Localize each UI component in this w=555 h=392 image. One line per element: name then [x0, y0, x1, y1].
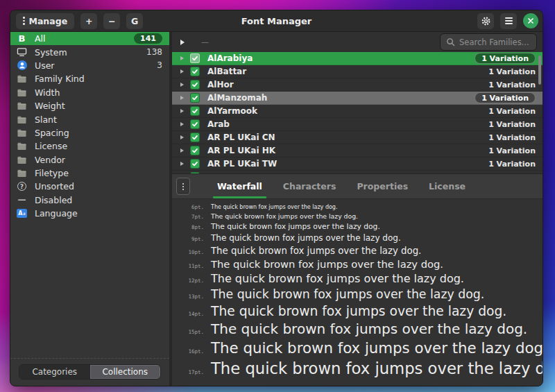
gear-icon — [481, 16, 491, 26]
font-enabled-checkbox[interactable] — [190, 93, 200, 103]
search-input[interactable] — [459, 37, 531, 47]
expander-icon[interactable] — [180, 109, 184, 113]
waterfall-size-label: 14pt. — [180, 311, 204, 317]
bold-b-icon: B — [16, 33, 28, 44]
expander-icon[interactable] — [180, 96, 184, 100]
list-scrollbar-thumb[interactable] — [538, 56, 541, 85]
tab-waterfall[interactable]: Waterfall — [207, 174, 273, 198]
collections-button[interactable]: Collections — [90, 365, 161, 379]
sidebar-item-vendor[interactable]: Vendor — [10, 153, 169, 167]
main-menu-button[interactable] — [500, 13, 517, 29]
waterfall-row-9pt: 9pt.The quick brown fox jumps over the l… — [180, 234, 538, 244]
waterfall-row-11pt: 11pt.The quick brown fox jumps over the … — [180, 259, 538, 271]
close-button[interactable] — [523, 13, 538, 28]
waterfall-preview: 6pt.The quick brown fox jumps over the l… — [172, 199, 543, 386]
font-family-row-almanzomah[interactable]: AlManzomah1 Variation — [172, 92, 543, 105]
expander-icon[interactable] — [180, 162, 184, 166]
font-enabled-checkbox[interactable] — [190, 67, 200, 76]
font-family-row-albattar[interactable]: AlBattar1 Variation — [172, 65, 543, 78]
font-enabled-checkbox[interactable] — [190, 133, 200, 142]
font-family-list: AlArabiya1 VariationAlBattar1 VariationA… — [172, 52, 543, 173]
waterfall-sample-text: The quick brown fox jumps over the lazy … — [211, 273, 464, 285]
sidebar-item-label: System — [35, 47, 67, 58]
sidebar-item-family-kind[interactable]: Family Kind — [10, 72, 169, 85]
tab-properties[interactable]: Properties — [346, 174, 418, 198]
waterfall-size-label: 15pt. — [180, 329, 204, 335]
sidebar-item-license[interactable]: License — [10, 139, 169, 153]
sidebar-mode-switcher: Categories Collections — [19, 364, 161, 380]
sidebar-item-disabled[interactable]: —Disabled — [10, 194, 169, 207]
font-enabled-checkbox[interactable] — [190, 53, 200, 63]
waterfall-size-label: 8pt. — [180, 224, 204, 230]
sidebar-item-spacing[interactable]: Spacing — [10, 126, 169, 139]
font-family-name: AR PL UKai HK — [207, 146, 275, 155]
vertical-dots-icon — [23, 17, 25, 25]
font-family-name: AlYarmook — [207, 106, 257, 116]
sidebar-item-label: License — [35, 141, 67, 151]
sidebar-item-filetype[interactable]: Filetype — [10, 167, 169, 180]
expander-icon[interactable] — [180, 56, 184, 60]
waterfall-size-label: 12pt. — [180, 278, 204, 284]
waterfall-sample-text: The quick brown fox jumps over the lazy … — [211, 359, 543, 377]
expander-icon[interactable] — [180, 148, 184, 153]
font-enabled-checkbox[interactable] — [190, 172, 200, 173]
font-enabled-checkbox[interactable] — [190, 80, 200, 90]
tab-license[interactable]: License — [418, 174, 476, 198]
font-family-row-partial[interactable] — [172, 171, 543, 173]
sidebar-item-slant[interactable]: Slant — [10, 112, 169, 126]
sidebar-item-system[interactable]: System138 — [10, 45, 169, 58]
expander-icon[interactable] — [180, 135, 184, 139]
categories-button[interactable]: Categories — [19, 365, 90, 379]
folder-icon — [16, 115, 28, 124]
add-fonts-button[interactable]: + — [80, 13, 97, 29]
font-family-row-alarabiya[interactable]: AlArabiya1 Variation — [172, 52, 543, 65]
font-family-row-ar-pl-ukai-tw[interactable]: AR PL UKai TW1 Variation — [172, 157, 543, 171]
remove-fonts-button[interactable]: − — [103, 13, 120, 29]
sidebar-item-user[interactable]: User3 — [10, 59, 169, 72]
folder-icon — [16, 88, 28, 97]
font-enabled-checkbox[interactable] — [190, 119, 200, 129]
manage-button[interactable]: Manage — [16, 13, 74, 29]
expand-all-icon[interactable] — [180, 40, 185, 45]
font-family-row-ar-pl-ukai-cn[interactable]: AR PL UKai CN1 Variation — [172, 131, 543, 144]
select-all-dash-icon[interactable]: — — [201, 37, 209, 46]
sidebar-item-label: Spacing — [35, 128, 69, 138]
font-enabled-checkbox[interactable] — [190, 146, 200, 155]
computer-icon — [16, 47, 28, 57]
font-family-row-alhor[interactable]: AlHor1 Variation — [172, 78, 543, 92]
font-family-row-arab[interactable]: Arab1 Variation — [172, 118, 543, 131]
sidebar-item-width[interactable]: Width — [10, 86, 169, 99]
font-enabled-checkbox[interactable] — [190, 106, 200, 116]
waterfall-size-label: 7pt. — [180, 214, 204, 220]
sidebar-item-all[interactable]: BAll141 — [10, 32, 169, 45]
preferences-button[interactable] — [477, 13, 494, 29]
waterfall-row-15pt: 15pt.The quick brown fox jumps over the … — [180, 321, 538, 337]
expander-icon[interactable] — [180, 122, 184, 126]
sidebar-item-weight[interactable]: Weight — [10, 99, 169, 112]
tab-characters[interactable]: Characters — [273, 174, 347, 198]
preview-options-button[interactable] — [176, 178, 190, 195]
category-count-badge: 138 — [146, 47, 162, 57]
sidebar-item-label: Language — [35, 208, 78, 219]
font-family-row-alyarmook[interactable]: AlYarmook1 Variation — [172, 105, 543, 118]
waterfall-sample-text: The quick brown fox jumps over the lazy … — [211, 213, 358, 221]
font-family-row-ar-pl-ukai-hk[interactable]: AR PL UKai HK1 Variation — [172, 144, 543, 157]
sidebar-item-label: Slant — [35, 114, 57, 125]
search-field[interactable] — [440, 33, 537, 51]
expander-icon[interactable] — [180, 83, 184, 87]
font-list-panel: — AlArabiya1 VariationAlBattar1 Variatio… — [172, 32, 543, 173]
waterfall-row-17pt: 17pt.The quick brown fox jumps over the … — [180, 359, 538, 377]
expander-icon[interactable] — [180, 69, 184, 74]
font-list-header: — — [172, 32, 543, 52]
font-enabled-checkbox[interactable] — [190, 159, 200, 169]
waterfall-row-6pt: 6pt.The quick brown fox jumps over the l… — [180, 204, 538, 210]
folder-icon — [16, 101, 28, 110]
preview-tab-bar: WaterfallCharactersPropertiesLicense — [172, 174, 543, 199]
google-fonts-button[interactable]: G — [126, 13, 143, 29]
waterfall-row-7pt: 7pt.The quick brown fox jumps over the l… — [180, 213, 538, 221]
sidebar-item-language[interactable]: AzLanguage — [10, 207, 169, 220]
sidebar-item-unsorted[interactable]: ?Unsorted — [10, 180, 169, 193]
font-family-name: AlBattar — [207, 67, 246, 76]
sidebar-item-label: Weight — [35, 101, 65, 111]
waterfall-row-13pt: 13pt.The quick brown fox jumps over the … — [180, 288, 538, 302]
